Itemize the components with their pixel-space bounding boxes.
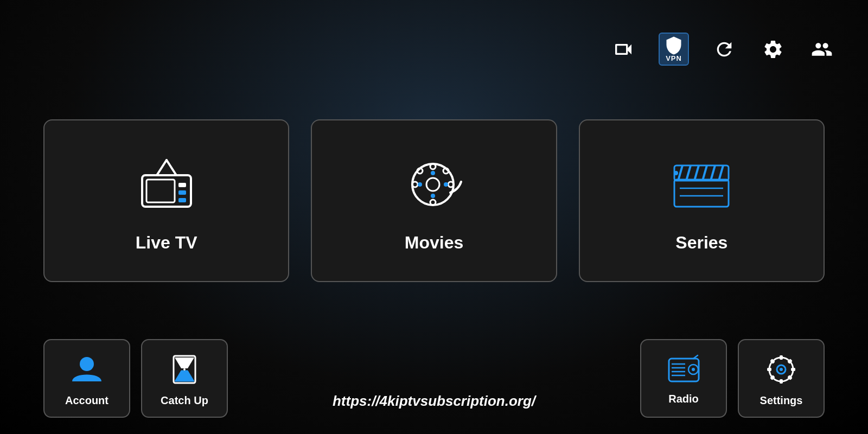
settings-bottom-label: Settings: [760, 394, 803, 407]
svg-rect-6: [178, 198, 186, 202]
svg-rect-45: [780, 379, 783, 384]
svg-point-15: [431, 171, 435, 175]
movies-icon: [401, 155, 467, 216]
svg-line-23: [703, 165, 707, 181]
svg-point-29: [674, 171, 678, 175]
svg-point-12: [448, 182, 454, 187]
vpn-icon[interactable]: VPN: [659, 33, 689, 66]
movies-label: Movies: [405, 233, 463, 253]
catch-up-card[interactable]: Catch Up: [141, 339, 228, 418]
video-camera-icon[interactable]: [610, 36, 637, 63]
svg-point-8: [426, 178, 439, 191]
svg-rect-3: [146, 180, 175, 202]
account-card[interactable]: Account: [43, 339, 130, 418]
series-icon: [666, 155, 737, 216]
svg-rect-26: [674, 180, 729, 207]
svg-line-1: [167, 160, 176, 175]
catch-up-label: Catch Up: [161, 394, 208, 407]
svg-point-39: [692, 368, 695, 371]
movies-card[interactable]: Movies: [311, 119, 557, 282]
radio-label: Radio: [668, 393, 699, 405]
account-icon: [71, 353, 103, 388]
series-label: Series: [675, 233, 727, 253]
bottom-left-cards: Account Catch Up: [43, 339, 228, 418]
settings-bottom-icon: [765, 353, 797, 388]
svg-rect-46: [767, 368, 771, 371]
settings-bottom-card[interactable]: Settings: [738, 339, 825, 418]
svg-line-24: [711, 165, 715, 181]
svg-point-11: [412, 182, 418, 187]
svg-point-30: [80, 357, 94, 371]
svg-point-18: [444, 182, 448, 187]
svg-line-22: [694, 165, 699, 181]
radio-card[interactable]: Radio: [640, 339, 727, 418]
live-tv-card[interactable]: Live TV: [43, 119, 289, 282]
profile-switch-icon[interactable]: [808, 36, 835, 63]
svg-line-20: [678, 165, 682, 181]
svg-point-13: [417, 168, 423, 174]
radio-icon: [666, 354, 701, 386]
settings-gear-icon[interactable]: [760, 36, 787, 63]
svg-rect-44: [780, 355, 783, 360]
svg-rect-4: [178, 183, 186, 187]
svg-point-32: [183, 368, 186, 371]
svg-line-0: [157, 160, 167, 175]
live-tv-label: Live TV: [136, 233, 197, 253]
svg-point-9: [430, 164, 436, 169]
refresh-icon[interactable]: [711, 36, 738, 63]
svg-point-17: [418, 182, 422, 187]
svg-line-21: [686, 165, 691, 181]
account-label: Account: [65, 394, 108, 407]
svg-rect-47: [791, 368, 795, 371]
svg-point-16: [431, 194, 435, 198]
website-url: https://4kiptvsubscription.org/: [333, 393, 535, 410]
main-cards-container: Live TV M: [43, 119, 825, 282]
series-card[interactable]: Series: [579, 119, 825, 282]
svg-point-10: [430, 200, 436, 205]
live-tv-icon: [134, 155, 199, 216]
svg-line-25: [719, 165, 723, 181]
svg-point-43: [780, 368, 783, 371]
svg-rect-5: [178, 190, 186, 195]
catch-up-icon: [168, 353, 201, 388]
toolbar: VPN: [610, 33, 835, 66]
svg-point-14: [443, 168, 449, 174]
bottom-right-cards: Radio Settings: [640, 339, 825, 418]
